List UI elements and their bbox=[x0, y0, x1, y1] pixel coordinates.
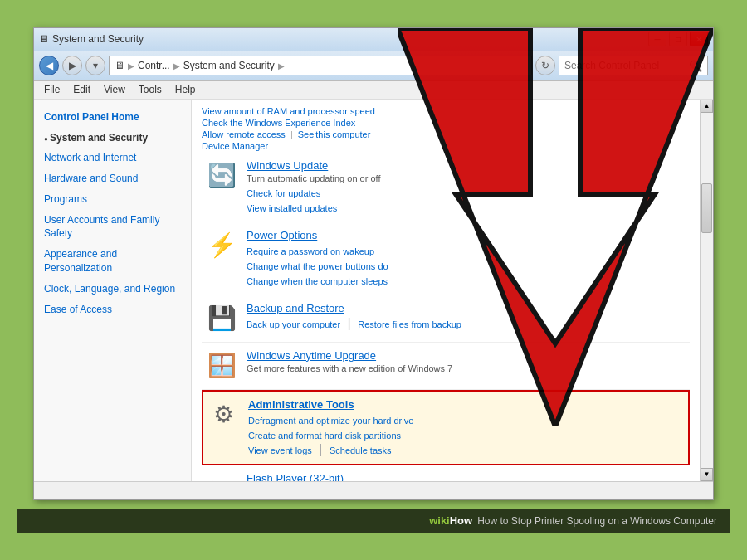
admin-tools-item: ⚙ Administrative Tools Defragment and op… bbox=[202, 390, 690, 465]
check-updates-link[interactable]: Check for updates bbox=[247, 188, 320, 198]
this-computer-link[interactable]: this computer bbox=[315, 129, 370, 139]
search-icon: 🔍 bbox=[689, 60, 702, 72]
admin-tools-icon: ⚙ bbox=[207, 398, 240, 431]
address-part-2: System and Security bbox=[183, 60, 275, 71]
admin-tools-text: Administrative Tools Defragment and opti… bbox=[248, 398, 685, 457]
restore-files-link[interactable]: Restore files from backup bbox=[358, 319, 461, 329]
backup-computer-link[interactable]: Back up your computer bbox=[247, 319, 340, 329]
admin-tools-title[interactable]: Administrative Tools bbox=[248, 398, 685, 411]
power-icon: ⚡ bbox=[205, 229, 238, 262]
menu-bar: File Edit View Tools Help bbox=[34, 81, 713, 100]
wikihow-bar: wikiHow How to Stop Printer Spooling on … bbox=[17, 509, 730, 533]
maximize-button[interactable]: □ bbox=[669, 32, 687, 46]
window-controls: ─ □ ✕ bbox=[648, 32, 708, 46]
address-icon: 🖥 bbox=[115, 60, 124, 71]
menu-view[interactable]: View bbox=[97, 82, 132, 97]
require-password-link[interactable]: Require a password on wakeup bbox=[247, 246, 374, 256]
sidebar-item-ease-access[interactable]: Ease of Access bbox=[34, 299, 191, 320]
window-title: System and Security bbox=[52, 33, 144, 45]
title-bar-left: 🖥 System and Security bbox=[39, 33, 144, 45]
allow-remote-link[interactable]: Allow remote access bbox=[202, 129, 286, 139]
sidebar-home[interactable]: Control Panel Home bbox=[34, 106, 191, 128]
address-part-1: Contr... bbox=[138, 60, 170, 71]
windows-update-title[interactable]: Windows Update bbox=[247, 159, 686, 172]
power-title[interactable]: Power Options bbox=[247, 229, 686, 241]
change-sleep-link[interactable]: Change when the computer sleeps bbox=[247, 276, 388, 286]
window-icon: 🖥 bbox=[39, 33, 49, 45]
bottom-bar bbox=[34, 481, 713, 499]
wiki-text: wiki bbox=[429, 514, 450, 527]
windows-update-desc1: Turn automatic updating on or off bbox=[247, 173, 686, 183]
control-panel-window: 🖥 System and Security ─ □ ✕ ◀ ▶ ▾ 🖥 ▶ Co… bbox=[33, 27, 714, 500]
top-links-3: Allow remote access | See this computer bbox=[202, 129, 690, 139]
scroll-down-button[interactable]: ▼ bbox=[701, 468, 713, 481]
menu-help[interactable]: Help bbox=[168, 82, 203, 97]
anytime-title[interactable]: Windows Anytime Upgrade bbox=[247, 349, 686, 362]
menu-edit[interactable]: Edit bbox=[66, 82, 97, 97]
dropdown-button[interactable]: ▾ bbox=[85, 56, 105, 75]
search-box[interactable]: 🔍 bbox=[559, 56, 708, 75]
change-power-buttons-link[interactable]: Change what the power buttons do bbox=[247, 261, 388, 271]
search-input[interactable] bbox=[564, 60, 686, 71]
sidebar: Control Panel Home System and Security N… bbox=[34, 100, 192, 481]
sidebar-item-programs[interactable]: Programs bbox=[34, 189, 191, 210]
title-bar: 🖥 System and Security ─ □ ✕ bbox=[34, 28, 713, 51]
device-manager-link[interactable]: Device Manager bbox=[202, 141, 268, 151]
back-button[interactable]: ◀ bbox=[39, 56, 59, 75]
sidebar-item-network-internet[interactable]: Network and Internet bbox=[34, 148, 191, 168]
check-experience-link[interactable]: Check the Windows Experience Index bbox=[202, 118, 355, 128]
nav-bar: ◀ ▶ ▾ 🖥 ▶ Contr... ▶ System and Security… bbox=[34, 51, 713, 81]
see-link[interactable]: See bbox=[298, 129, 315, 139]
sidebar-item-clock-language[interactable]: Clock, Language, and Region bbox=[34, 279, 191, 299]
top-links-4: Device Manager bbox=[202, 141, 690, 151]
refresh-button[interactable]: ↻ bbox=[535, 56, 555, 75]
sidebar-item-user-accounts[interactable]: User Accounts and Family Safety bbox=[34, 210, 191, 245]
sidebar-item-hardware-sound[interactable]: Hardware and Sound bbox=[34, 168, 191, 189]
top-links: View amount of RAM and processor speed bbox=[202, 106, 690, 116]
backup-icon: 💾 bbox=[205, 302, 238, 335]
flash-icon: ▶ bbox=[205, 472, 238, 481]
forward-button[interactable]: ▶ bbox=[62, 56, 82, 75]
flash-text: Flash Player (32-bit) bbox=[247, 472, 686, 481]
scroll-up-button[interactable]: ▲ bbox=[701, 100, 713, 113]
how-text: How bbox=[450, 514, 472, 527]
content-area: Control Panel Home System and Security N… bbox=[34, 100, 713, 481]
address-bar[interactable]: 🖥 ▶ Contr... ▶ System and Security ▶ bbox=[109, 56, 532, 75]
view-event-logs-link[interactable]: View event logs bbox=[248, 446, 312, 455]
wikihow-brand: wikiHow bbox=[429, 514, 472, 527]
view-ram-link[interactable]: View amount of RAM and processor speed bbox=[202, 106, 375, 116]
close-button[interactable]: ✕ bbox=[690, 32, 708, 46]
menu-tools[interactable]: Tools bbox=[132, 82, 168, 97]
anytime-desc: Get more features with a new edition of … bbox=[247, 363, 686, 373]
defrag-link[interactable]: Defragment and optimize your hard drive bbox=[248, 416, 413, 426]
flash-title[interactable]: Flash Player (32-bit) bbox=[247, 472, 686, 481]
wikihow-tagline: How to Stop Printer Spooling on a Window… bbox=[477, 515, 717, 527]
backup-title[interactable]: Backup and Restore bbox=[247, 302, 686, 314]
top-links-2: Check the Windows Experience Index bbox=[202, 118, 690, 128]
sidebar-item-system-security: System and Security bbox=[34, 128, 191, 149]
power-text: Power Options Require a password on wake… bbox=[247, 229, 686, 288]
windows-update-text: Windows Update Turn automatic updating o… bbox=[247, 159, 686, 215]
backup-text: Backup and Restore Back up your computer… bbox=[247, 302, 686, 331]
scroll-track bbox=[701, 113, 713, 468]
schedule-tasks-link[interactable]: Schedule tasks bbox=[330, 446, 392, 455]
flash-player-item: ▶ Flash Player (32-bit) bbox=[202, 465, 690, 481]
windows-update-icon: 🔄 bbox=[205, 159, 238, 192]
main-content: View amount of RAM and processor speed C… bbox=[192, 100, 700, 481]
view-installed-link[interactable]: View installed updates bbox=[247, 203, 337, 213]
anytime-icon: 🪟 bbox=[205, 349, 238, 382]
power-options-item: ⚡ Power Options Require a password on wa… bbox=[202, 222, 690, 295]
scroll-thumb[interactable] bbox=[701, 183, 712, 233]
anytime-text: Windows Anytime Upgrade Get more feature… bbox=[247, 349, 686, 375]
sidebar-item-appearance[interactable]: Appearance and Personalization bbox=[34, 244, 191, 279]
scrollbar[interactable]: ▲ ▼ bbox=[700, 100, 713, 481]
windows-update-item: 🔄 Windows Update Turn automatic updating… bbox=[202, 153, 690, 222]
create-partitions-link[interactable]: Create and format hard disk partitions bbox=[248, 431, 401, 441]
backup-item: 💾 Backup and Restore Back up your comput… bbox=[202, 295, 690, 343]
minimize-button[interactable]: ─ bbox=[648, 32, 666, 46]
menu-file[interactable]: File bbox=[37, 82, 66, 97]
anytime-item: 🪟 Windows Anytime Upgrade Get more featu… bbox=[202, 343, 690, 390]
